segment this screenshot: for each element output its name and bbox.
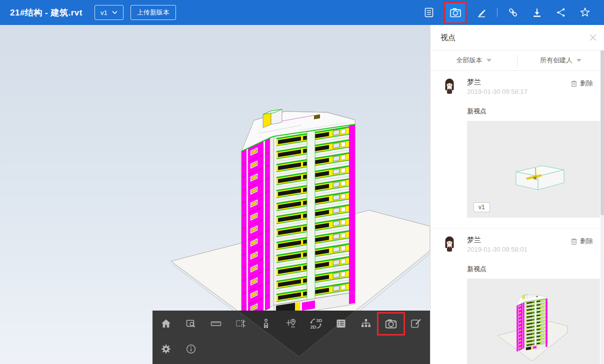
home-icon (160, 318, 172, 330)
upload-label: 上传新版本 (137, 8, 170, 17)
download-button[interactable] (528, 3, 546, 21)
viewpoint-meta: 梦兰 2019-01-30 09:58:01 (467, 236, 528, 255)
gear-icon (160, 343, 172, 355)
delete-button[interactable]: 删除 (570, 79, 593, 88)
scrollbar-thumb[interactable] (600, 50, 604, 215)
favorite-button[interactable] (576, 3, 594, 21)
version-label: v1 (100, 9, 108, 16)
timestamp: 2019-01-30 09:58:17 (467, 86, 528, 97)
annotate-button[interactable] (472, 3, 490, 21)
viewpoint-item: 梦兰 2019-01-30 09:58:17 删除 新视点 (430, 71, 604, 218)
thumbnail-scene (467, 279, 600, 364)
markup-button[interactable] (404, 311, 428, 337)
section-box-button[interactable] (228, 311, 254, 337)
delete-label: 删除 (580, 79, 593, 88)
measure-button[interactable] (204, 311, 228, 337)
panel-title: 视点 (440, 33, 456, 42)
markup-icon (410, 318, 422, 330)
walk-mode-button[interactable] (254, 311, 278, 337)
model-tree-button[interactable] (354, 311, 378, 337)
caret-down-icon (576, 59, 582, 62)
map-pin-icon (285, 318, 297, 330)
viewpoint-meta: 梦兰 2019-01-30 09:58:17 (467, 78, 528, 97)
star-icon (579, 6, 591, 18)
viewpoint-camera-button-active[interactable] (444, 1, 466, 24)
viewpoint-item: 梦兰 2019-01-30 09:58:01 删除 新视点 (430, 228, 604, 364)
creator-filter-label: 所有创建人 (540, 56, 572, 65)
top-header: 21#结构 - 建筑.rvt v1 上传新版本 (0, 0, 604, 25)
share-link-button[interactable] (504, 3, 522, 21)
file-title: 21#结构 - 建筑.rvt (10, 7, 82, 18)
version-tag: v1 (474, 202, 490, 212)
tree-icon (360, 318, 372, 330)
chevron-down-icon (112, 10, 118, 14)
viewpoint-thumbnail[interactable]: v1 (467, 121, 600, 218)
minimap-button[interactable] (278, 311, 304, 337)
upload-new-version-button[interactable]: 上传新版本 (130, 5, 176, 20)
panel-filters: 全部版本 所有创建人 (430, 50, 604, 71)
viewpoint-name: 新视点 (467, 265, 604, 274)
viewpoint-name: 新视点 (467, 107, 604, 116)
avatar (442, 78, 457, 95)
panel-scrollbar (600, 50, 604, 364)
toolbar-row-2 (154, 337, 204, 362)
viewpoint-item-header: 梦兰 2019-01-30 09:58:17 删除 (442, 78, 593, 97)
2d-3d-toggle-icon: 3D 2D (310, 317, 322, 330)
ruler-icon (210, 318, 222, 330)
camera-icon (449, 6, 462, 19)
person-icon (260, 318, 272, 330)
version-filter-dropdown[interactable]: 全部版本 (430, 56, 517, 65)
viewer-toolbar: 3D 2D (152, 311, 430, 364)
document-icon (423, 6, 435, 18)
snapshot-camera-button-active[interactable] (377, 312, 405, 336)
viewpoint-item-header: 梦兰 2019-01-30 09:58:01 删除 (442, 236, 593, 255)
version-filter-label: 全部版本 (456, 56, 482, 65)
zoom-window-button[interactable] (178, 311, 204, 337)
info-icon (185, 343, 197, 355)
properties-document-button[interactable] (420, 3, 438, 21)
timestamp: 2019-01-30 09:58:01 (467, 244, 528, 255)
zoom-window-icon (185, 318, 197, 330)
version-dropdown[interactable]: v1 (94, 5, 124, 20)
camera-icon (384, 317, 398, 330)
home-button[interactable] (154, 311, 178, 337)
creator-filter-dropdown[interactable]: 所有创建人 (518, 56, 604, 65)
section-box-icon (235, 318, 247, 330)
component-list-button[interactable] (328, 311, 354, 337)
header-divider (497, 8, 498, 17)
panel-header: 视点 (430, 25, 604, 50)
author-name: 梦兰 (467, 78, 528, 86)
info-button[interactable] (178, 336, 204, 362)
toolbar-row-1: 3D 2D (154, 311, 428, 337)
caret-down-icon (486, 59, 492, 62)
svg-text:3D: 3D (316, 318, 322, 323)
delete-label: 删除 (580, 237, 593, 246)
header-icon-group (417, 1, 604, 24)
edit-pencil-icon (476, 6, 488, 18)
toggle-2d-3d-button[interactable]: 3D 2D (304, 311, 328, 337)
3d-viewport[interactable]: 3D 2D (0, 25, 430, 364)
close-icon[interactable] (588, 33, 598, 42)
delete-button[interactable]: 删除 (570, 237, 593, 246)
download-icon (531, 6, 543, 18)
share-button[interactable] (552, 3, 570, 21)
share-icon (555, 6, 567, 18)
bim-viewer-app: 21#结构 - 建筑.rvt v1 上传新版本 (0, 0, 604, 364)
svg-text:2D: 2D (310, 325, 316, 330)
link-icon (507, 6, 519, 18)
viewpoint-thumbnail[interactable]: v1 (467, 279, 600, 364)
viewpoint-panel: 视点 全部版本 所有创建人 (430, 25, 604, 364)
trash-icon (570, 80, 578, 87)
author-name: 梦兰 (467, 236, 528, 244)
trash-icon (570, 238, 578, 245)
avatar (442, 236, 457, 253)
list-icon (335, 318, 347, 330)
settings-button[interactable] (154, 336, 178, 362)
building-model (242, 109, 355, 321)
